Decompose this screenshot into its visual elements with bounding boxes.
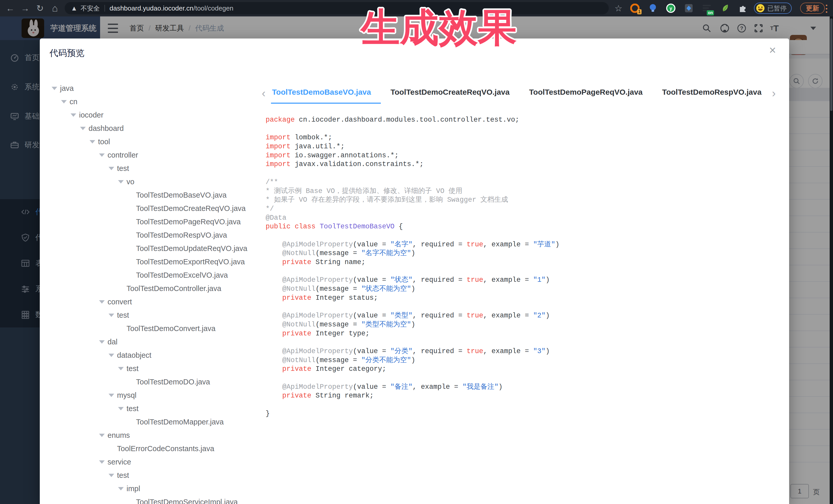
- caret-down-icon[interactable]: [118, 487, 124, 490]
- extension-bulb-icon[interactable]: [647, 3, 659, 14]
- caret-down-icon[interactable]: [109, 394, 114, 397]
- tree-node-label: ToolTestDemoCreateReqVO.java: [136, 204, 245, 213]
- caret-down-icon[interactable]: [99, 434, 105, 437]
- code-line: @ApiModelProperty(value = "类型", required…: [266, 311, 779, 320]
- caret-down-icon[interactable]: [99, 340, 105, 344]
- tree-node-file[interactable]: ToolTestDemoExportReqVO.java: [49, 255, 255, 268]
- tree-node-label: ToolTestDemoServiceImpl.java: [136, 498, 238, 504]
- browser-forward-icon[interactable]: →: [19, 0, 32, 17]
- tree-node-folder[interactable]: mysql: [49, 388, 255, 402]
- code-line: @NotNull(message = "分类不能为空"): [266, 356, 779, 365]
- tree-node-file[interactable]: ToolTestDemoPageReqVO.java: [49, 215, 255, 229]
- bookmark-star-icon[interactable]: ☆: [612, 0, 625, 17]
- file-tab[interactable]: ToolTestDemoCreateReqVO.java: [381, 85, 519, 104]
- tree-node-file[interactable]: ToolTestDemoExcelVO.java: [49, 268, 255, 282]
- caret-down-icon[interactable]: [99, 153, 105, 157]
- caret-down-icon[interactable]: [109, 354, 114, 357]
- tree-node-folder[interactable]: test: [49, 469, 255, 482]
- tree-node-label: test: [126, 364, 139, 373]
- tree-node-folder[interactable]: service: [49, 455, 255, 469]
- browser-reload-icon[interactable]: ↻: [33, 0, 47, 17]
- caret-down-icon[interactable]: [90, 140, 95, 143]
- profile-paused-chip[interactable]: 已暂停: [754, 3, 792, 14]
- extension-diamond-icon[interactable]: [683, 3, 694, 14]
- tree-node-label: ToolTestDemoExcelVO.java: [136, 271, 228, 280]
- tree-node-file[interactable]: ToolTestDemoRespVO.java: [49, 229, 255, 242]
- security-warning-icon[interactable]: ▲: [71, 4, 77, 12]
- address-bar[interactable]: ▲ 不安全 dashboard.yudao.iocoder.cn /tool/c…: [65, 2, 609, 15]
- tree-node-folder[interactable]: test: [49, 309, 255, 322]
- tree-node-folder[interactable]: controller: [49, 148, 255, 162]
- tree-node-folder[interactable]: dal: [49, 335, 255, 349]
- tree-node-folder[interactable]: vo: [49, 175, 255, 188]
- extension-orange-icon[interactable]: 1: [629, 3, 641, 14]
- file-tree: javacniocoderdashboardtoolcontrollertest…: [49, 81, 255, 504]
- tree-node-folder[interactable]: iocoder: [49, 108, 255, 122]
- code-line: @ApiModelProperty(value = "状态", required…: [266, 275, 779, 285]
- code-line: [266, 267, 779, 276]
- caret-down-icon[interactable]: [118, 367, 124, 370]
- tree-node-file[interactable]: ToolTestDemoController.java: [49, 282, 255, 295]
- code-line: [266, 231, 779, 240]
- caret-down-icon[interactable]: [109, 474, 114, 477]
- caret-down-icon[interactable]: [118, 407, 124, 410]
- browser-home-icon[interactable]: ⌂: [48, 0, 62, 17]
- file-tab[interactable]: ToolTestDemoRespVO.java: [652, 85, 771, 104]
- caret-down-icon[interactable]: [52, 87, 57, 90]
- page-scrollbar[interactable]: [830, 17, 833, 504]
- caret-down-icon[interactable]: [109, 167, 114, 170]
- tree-node-folder[interactable]: test: [49, 362, 255, 375]
- browser-back-icon[interactable]: ←: [4, 0, 17, 17]
- caret-down-icon[interactable]: [61, 100, 67, 103]
- caret-down-icon[interactable]: [99, 300, 105, 304]
- tree-node-folder[interactable]: enums: [49, 429, 255, 442]
- caret-down-icon[interactable]: [80, 127, 86, 130]
- caret-down-icon[interactable]: [99, 460, 105, 464]
- extension-list-icon[interactable]: on: [701, 3, 712, 14]
- extension-leaf-icon[interactable]: [719, 3, 731, 14]
- scrollbar-thumb[interactable]: [830, 19, 832, 111]
- dialog-title: 代码预览: [50, 47, 85, 59]
- tree-node-folder[interactable]: dataobject: [49, 349, 255, 362]
- file-tab[interactable]: ToolTestDemoBaseVO.java: [271, 85, 381, 104]
- tree-node-file[interactable]: ToolTestDemoUpdateReqVO.java: [49, 242, 255, 255]
- browser-update-button[interactable]: 更新: [800, 3, 825, 14]
- code-line: @ApiModelProperty(value = "名字", required…: [266, 240, 779, 249]
- caret-down-icon[interactable]: [118, 180, 124, 184]
- url-domain: dashboard.yudao.iocoder.cn: [110, 4, 193, 12]
- tree-node-folder[interactable]: convert: [49, 295, 255, 309]
- tree-node-folder[interactable]: dashboard: [49, 122, 255, 135]
- code-line: package cn.iocoder.dashboard.modules.too…: [266, 116, 779, 124]
- close-icon[interactable]: ×: [769, 44, 776, 56]
- tabs-prev-icon[interactable]: ‹: [262, 87, 266, 100]
- tree-node-file[interactable]: ToolTestDemoBaseVO.java: [49, 188, 255, 202]
- tree-node-file[interactable]: ToolTestDemoCreateReqVO.java: [49, 202, 255, 215]
- tree-node-label: test: [117, 311, 129, 319]
- tree-node-folder[interactable]: cn: [49, 95, 255, 108]
- code-line: */: [266, 205, 779, 214]
- extension-badge-on: on: [707, 10, 714, 16]
- tabs-next-icon[interactable]: ›: [772, 87, 776, 100]
- caret-down-icon[interactable]: [71, 114, 76, 117]
- extensions-puzzle-icon[interactable]: [737, 3, 748, 14]
- code-line: private Integer type;: [266, 329, 779, 338]
- file-tab[interactable]: ToolTestDemoPageReqVO.java: [519, 85, 652, 104]
- extension-green-y-icon[interactable]: y: [665, 3, 676, 14]
- tree-node-file[interactable]: ToolErrorCodeConstants.java: [49, 442, 255, 455]
- tree-node-folder[interactable]: impl: [49, 482, 255, 495]
- tree-node-file[interactable]: ToolTestDemoDO.java: [49, 375, 255, 388]
- code-line: /**: [266, 178, 779, 187]
- tree-node-folder[interactable]: java: [49, 81, 255, 95]
- caret-down-icon[interactable]: [109, 314, 114, 317]
- file-tabs-bar: ‹ ToolTestDemoBaseVO.javaToolTestDemoCre…: [259, 85, 780, 105]
- tree-node-folder[interactable]: test: [49, 402, 255, 415]
- tree-node-file[interactable]: ToolTestDemoConvert.java: [49, 322, 255, 335]
- update-label: 更新: [806, 4, 819, 13]
- tree-node-file[interactable]: ToolTestDemoServiceImpl.java: [49, 495, 255, 504]
- tree-node-folder[interactable]: tool: [49, 135, 255, 148]
- browser-menu-icon[interactable]: [826, 5, 827, 13]
- code-preview-dialog: 代码预览 × javacniocoderdashboardtoolcontrol…: [40, 39, 789, 504]
- tree-node-folder[interactable]: test: [49, 162, 255, 175]
- tree-node-label: test: [117, 471, 129, 480]
- tree-node-file[interactable]: ToolTestDemoMapper.java: [49, 415, 255, 429]
